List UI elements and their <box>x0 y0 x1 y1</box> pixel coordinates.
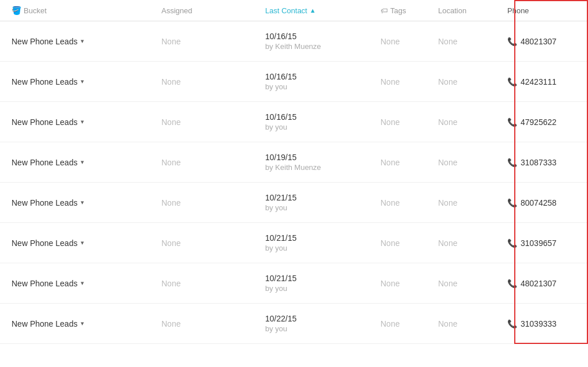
cell-assigned: None <box>161 37 265 46</box>
cell-location: None <box>438 118 507 127</box>
phone-call-icon[interactable]: 📞 <box>507 37 517 46</box>
cell-assigned: None <box>161 118 265 127</box>
rows-container: New Phone Leads ▾ None 10/16/15 by Keith… <box>0 21 588 344</box>
location-value: None <box>438 37 457 46</box>
bucket-value: New Phone Leads <box>12 239 77 248</box>
tags-value: None <box>380 279 399 288</box>
cell-last-contact: 10/19/15 by Keith Muenze <box>265 153 380 172</box>
cell-tags: None <box>380 239 438 248</box>
cell-bucket: New Phone Leads ▾ <box>0 319 161 328</box>
cell-location: None <box>438 37 507 46</box>
table-row: New Phone Leads ▾ None 10/21/15 by you N… <box>0 263 588 304</box>
phone-value: 42423111 <box>521 77 556 86</box>
cell-phone: 📞 31039333 <box>507 319 588 328</box>
col-header-phone: Phone <box>507 6 588 15</box>
bucket-dropdown-icon[interactable]: ▾ <box>81 320 84 327</box>
cell-bucket: New Phone Leads ▾ <box>0 198 161 207</box>
cell-location: None <box>438 198 507 207</box>
table-row: New Phone Leads ▾ None 10/16/15 by you N… <box>0 102 588 142</box>
table-row: New Phone Leads ▾ None 10/21/15 by you N… <box>0 223 588 263</box>
bucket-value: New Phone Leads <box>12 319 77 328</box>
assigned-value: None <box>161 319 180 328</box>
by-value: by you <box>265 244 380 252</box>
cell-phone: 📞 31087333 <box>507 158 588 167</box>
phone-call-icon[interactable]: 📞 <box>507 319 517 328</box>
phone-call-icon[interactable]: 📞 <box>507 239 517 248</box>
cell-tags: None <box>380 77 438 86</box>
tag-icon: 🏷 <box>380 6 388 15</box>
cell-location: None <box>438 158 507 167</box>
cell-bucket: New Phone Leads ▾ <box>0 158 161 167</box>
cell-location: None <box>438 239 507 248</box>
bucket-dropdown-icon[interactable]: ▾ <box>81 158 84 166</box>
assigned-value: None <box>161 239 180 248</box>
phone-call-icon[interactable]: 📞 <box>507 158 517 167</box>
location-value: None <box>438 158 457 167</box>
location-header-label: Location <box>438 6 466 15</box>
by-value: by you <box>265 284 380 293</box>
location-value: None <box>438 279 457 288</box>
phone-value: 48021307 <box>521 37 556 46</box>
cell-last-contact: 10/16/15 by Keith Muenze <box>265 32 380 51</box>
cell-last-contact: 10/16/15 by you <box>265 72 380 91</box>
cell-assigned: None <box>161 319 265 328</box>
by-value: by you <box>265 123 380 131</box>
bucket-dropdown-icon[interactable]: ▾ <box>81 78 84 85</box>
cell-assigned: None <box>161 158 265 167</box>
table-container: 🪣 Bucket Assigned Last Contact ▲ 🏷 Tags <box>0 0 588 367</box>
location-value: None <box>438 118 457 127</box>
phone-call-icon[interactable]: 📞 <box>507 77 517 86</box>
phone-call-icon[interactable]: 📞 <box>507 279 517 288</box>
cell-phone: 📞 80074258 <box>507 198 588 207</box>
by-value: by you <box>265 324 380 333</box>
by-value: by you <box>265 203 380 212</box>
bucket-dropdown-icon[interactable]: ▾ <box>81 199 84 206</box>
phone-call-icon[interactable]: 📞 <box>507 198 517 207</box>
col-header-bucket: 🪣 Bucket <box>0 6 161 15</box>
col-header-tags: 🏷 Tags <box>380 6 438 15</box>
cell-last-contact: 10/21/15 by you <box>265 233 380 252</box>
assigned-value: None <box>161 279 180 288</box>
by-value: by you <box>265 82 380 91</box>
phone-header-label: Phone <box>507 6 529 15</box>
bucket-icon: 🪣 <box>12 6 21 15</box>
date-value: 10/22/15 <box>265 314 380 323</box>
by-value: by Keith Muenze <box>265 42 380 51</box>
last-contact-header-label: Last Contact <box>265 6 307 15</box>
tags-value: None <box>380 118 399 127</box>
date-value: 10/21/15 <box>265 193 380 202</box>
cell-assigned: None <box>161 239 265 248</box>
cell-location: None <box>438 279 507 288</box>
assigned-value: None <box>161 118 180 127</box>
cell-bucket: New Phone Leads ▾ <box>0 279 161 288</box>
assigned-value: None <box>161 37 180 46</box>
bucket-dropdown-icon[interactable]: ▾ <box>81 279 84 287</box>
bucket-dropdown-icon[interactable]: ▾ <box>81 37 84 45</box>
phone-call-icon[interactable]: 📞 <box>507 118 517 127</box>
cell-assigned: None <box>161 198 265 207</box>
bucket-value: New Phone Leads <box>12 198 77 207</box>
phone-value: 80074258 <box>521 198 556 207</box>
cell-bucket: New Phone Leads ▾ <box>0 37 161 46</box>
bucket-dropdown-icon[interactable]: ▾ <box>81 239 84 247</box>
location-value: None <box>438 77 457 86</box>
cell-last-contact: 10/16/15 by you <box>265 112 380 131</box>
phone-value: 48021307 <box>521 279 556 288</box>
cell-bucket: New Phone Leads ▾ <box>0 118 161 127</box>
bucket-dropdown-icon[interactable]: ▾ <box>81 118 84 126</box>
bucket-value: New Phone Leads <box>12 77 77 86</box>
col-header-last-contact[interactable]: Last Contact ▲ <box>265 6 380 15</box>
cell-bucket: New Phone Leads ▾ <box>0 77 161 86</box>
by-value: by Keith Muenze <box>265 163 380 172</box>
col-header-assigned: Assigned <box>161 6 265 15</box>
phone-value: 31039333 <box>521 319 556 328</box>
sort-asc-icon: ▲ <box>310 7 316 14</box>
tags-header-label: Tags <box>390 6 406 15</box>
phone-value: 31039657 <box>521 239 556 248</box>
cell-tags: None <box>380 319 438 328</box>
assigned-value: None <box>161 158 180 167</box>
cell-tags: None <box>380 279 438 288</box>
cell-phone: 📞 47925622 <box>507 118 588 127</box>
date-value: 10/16/15 <box>265 72 380 81</box>
cell-assigned: None <box>161 279 265 288</box>
